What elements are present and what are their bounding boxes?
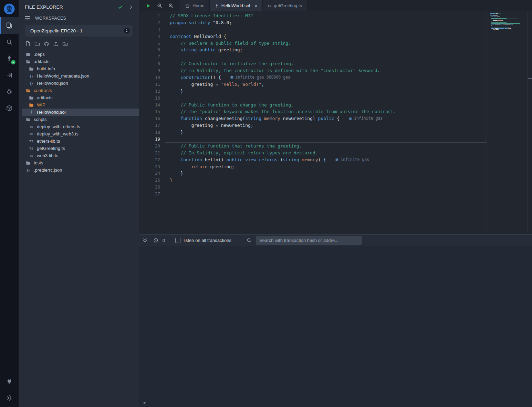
file-tree-item[interactable]: WIP [22,101,139,109]
terminal-prompt: > [143,400,146,405]
code-line[interactable]: 11 greeting = "Hello, World!"; [139,81,487,88]
upload-file-icon[interactable] [62,41,68,47]
code-line[interactable]: 17 greeting = newGreeting; [139,122,487,129]
file-tree-item[interactable]: .deps [22,51,139,58]
file-tree-item[interactable]: artifacts [22,94,139,101]
code-line[interactable]: 3 [139,26,487,33]
file-explorer-button[interactable] [0,17,19,34]
code-line[interactable]: 5 // Declare a public field of type stri… [139,40,487,47]
code-line[interactable]: 4contract HelloWorld { [139,33,487,40]
line-number: 13 [139,95,160,102]
code-line[interactable]: 14 // Public function to change the gree… [139,102,487,109]
listen-all-transactions-checkbox[interactable] [175,238,180,243]
file-tree-item[interactable]: {} HelloWorld.json [22,80,139,87]
close-tab-icon[interactable]: × [254,3,258,8]
code-line[interactable]: 21 // In Solidity, explicit return types… [139,150,487,156]
file-tree-item[interactable]: scripts [22,116,139,123]
code-line[interactable]: 9 // In Solidity, the constructor is def… [139,67,487,74]
code-line[interactable]: 27 [139,191,487,197]
line-number: 1 [139,12,160,19]
file-tree-label: artifacts [37,95,53,100]
workspace-select[interactable]: OpenZeppelin ERC20 - 1 [25,25,133,37]
chevron-right-icon[interactable] [128,5,133,10]
create-file-icon[interactable] [25,41,31,47]
remix-logo[interactable] [0,1,19,17]
line-number: 15 [139,108,160,115]
code-line[interactable]: 20 // Public function that returns the g… [139,143,487,150]
code-line[interactable]: 23 return greeting; [139,163,487,170]
code-line[interactable]: 10 constructor() {infinite gas 368600 ga… [139,74,487,81]
file-tree-label: contracts [34,88,52,93]
search-button[interactable] [0,34,19,50]
panel-header: FILE EXPLORER [19,0,139,12]
create-folder-icon[interactable] [34,41,40,47]
code-line[interactable]: 7 [139,53,487,60]
code-line[interactable]: 25} [139,177,487,184]
terminal-toolbar: 0 listen on all transactions [139,234,532,246]
editor-tab[interactable]: HelloWorld.sol× [210,0,263,11]
file-tree-item[interactable]: {} HelloWorld_metadata.json [22,72,139,80]
settings-button[interactable] [0,389,19,406]
deploy-run-button[interactable] [0,67,19,83]
code-line[interactable]: 1// SPDX-License-Identifier: MIT [139,12,487,19]
file-tree-label: artifacts [34,59,50,64]
code-editor[interactable]: 1// SPDX-License-Identifier: MIT2pragma … [139,11,532,234]
code-line[interactable]: 24 } [139,170,487,177]
minimap[interactable] [490,13,529,33]
workspace-menu-icon[interactable] [25,16,30,20]
code-line[interactable]: 16 function changeGreeting(string memory… [139,115,487,122]
plugin-manager-button[interactable] [0,100,19,116]
publish-gist-icon[interactable] [53,41,59,47]
line-number: 14 [139,102,160,109]
code-line[interactable]: 19 [139,136,487,143]
terminal-search-input[interactable] [256,236,362,245]
ts-icon: TS [29,147,34,150]
code-line[interactable]: 13 [139,95,487,102]
code-line[interactable]: 26 [139,184,487,191]
code-line[interactable]: 6 string public greeting; [139,47,487,53]
file-tree-item[interactable]: {} .prettierrc.json [22,166,139,174]
ts-icon: TS [268,4,271,8]
editor-tab[interactable]: Home [180,0,210,11]
code-line[interactable]: 15 // The "public" keyword makes the fun… [139,108,487,115]
file-tree-label: .prettierrc.json [34,167,62,173]
debugger-button[interactable] [0,83,19,100]
code-line[interactable]: 12 } [139,88,487,95]
file-tree-item[interactable]: artifacts [22,58,139,65]
clear-transactions-icon[interactable] [153,238,158,243]
file-tree-label: ethers-lib.ts [37,139,60,144]
file-tree-item[interactable]: contracts [22,87,139,94]
file-tree-item[interactable]: TS web3-lib.ts [22,152,139,159]
code-line[interactable]: 2pragma solidity ^0.8.0; [139,19,487,26]
code-viewport[interactable]: 1// SPDX-License-Identifier: MIT2pragma … [139,11,487,234]
json-icon: {} [29,81,34,85]
file-tree-item[interactable]: build-info [22,65,139,72]
file-tree-item[interactable]: HelloWorld.sol [22,109,139,116]
zoom-in-icon[interactable] [168,3,174,8]
file-tree-item[interactable]: TS ethers-lib.ts [22,138,139,145]
tab-label: HelloWorld.sol [221,3,250,8]
code-line[interactable]: 8 // Constructor to initialize the greet… [139,60,487,67]
file-tree-item[interactable]: tests [22,159,139,166]
zoom-out-icon[interactable] [157,3,162,8]
collapse-terminal-icon[interactable] [142,237,148,243]
code-line[interactable]: 22 function hello() public view returns … [139,156,487,163]
terminal-output[interactable]: > [139,246,532,407]
run-icon[interactable] [146,3,151,8]
folder-open-icon [25,117,31,122]
line-number: 9 [139,67,160,74]
file-tree: .deps artifacts build-info {} HelloWorld… [22,51,139,174]
workspaces-row: WORKSPACES [19,12,139,22]
file-tree-item[interactable]: TS deploy_with_ethers.ts [22,123,139,130]
file-tree-label: HelloWorld.json [37,81,68,86]
editor-scrollbar[interactable] [527,11,532,234]
folder-icon [29,95,34,100]
terminal-search-icon [247,238,252,243]
editor-tab[interactable]: TS getGreeting.ts [263,0,307,11]
clone-git-icon[interactable] [44,41,49,47]
file-tree-item[interactable]: TS getGreeting.ts [22,145,139,152]
solidity-compiler-button[interactable] [0,50,19,67]
code-line[interactable]: 18 } [139,129,487,136]
plug-button[interactable] [0,373,19,389]
file-tree-item[interactable]: TS deploy_with_web3.ts [22,130,139,138]
